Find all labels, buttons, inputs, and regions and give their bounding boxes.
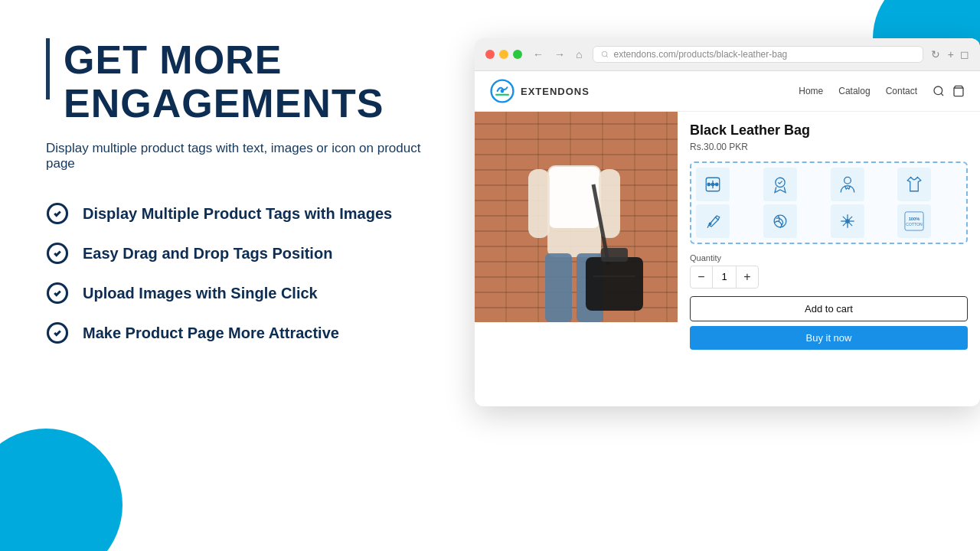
store-nav-icons	[933, 85, 965, 97]
tag-icon-3	[837, 174, 858, 195]
browser-nav: ← → ⌂	[530, 47, 585, 62]
quantity-value: 1	[712, 266, 737, 288]
tag-item-4	[897, 168, 931, 201]
feature-item-4: Make Product Page More Attractive	[46, 321, 444, 344]
feature-text-2: Easy Drag and Drop Tags Position	[83, 245, 332, 262]
tag-item-1	[696, 168, 730, 201]
tag-item-8: 100% COTTON	[897, 204, 931, 238]
search-icon	[601, 51, 609, 58]
browser-refresh[interactable]: ↻	[931, 48, 940, 60]
quantity-decrease-button[interactable]: −	[691, 266, 712, 288]
browser-window: ← → ⌂ extendons.com/products/black-leath…	[475, 38, 980, 406]
check-icon-1	[46, 202, 69, 225]
svg-point-23	[707, 183, 710, 186]
nav-home[interactable]: ⌂	[573, 47, 585, 62]
feature-text-3: Upload Images with Single Click	[83, 285, 318, 302]
browser-toolbar: ← → ⌂ extendons.com/products/black-leath…	[475, 38, 980, 71]
right-panel: ← → ⌂ extendons.com/products/black-leath…	[475, 38, 980, 520]
nav-home[interactable]: Home	[799, 86, 823, 96]
svg-point-7	[501, 90, 505, 93]
tag-icon-5	[702, 210, 724, 232]
tag-item-3	[831, 168, 864, 201]
check-icon-4	[46, 321, 69, 344]
logo-icon	[490, 79, 514, 103]
dot-green[interactable]	[513, 50, 522, 59]
dot-yellow[interactable]	[499, 50, 508, 59]
vertical-accent-bar	[46, 38, 50, 99]
heading-section: GET MORE ENGAGEMENTS	[46, 38, 444, 126]
svg-rect-37	[905, 212, 923, 230]
check-icon-2	[46, 242, 69, 265]
nav-back[interactable]: ←	[530, 47, 547, 62]
browser-dots	[485, 50, 522, 59]
tag-icon-7	[837, 210, 858, 232]
svg-point-28	[844, 177, 851, 184]
product-image	[475, 112, 678, 322]
svg-rect-19	[601, 248, 628, 262]
store-logo: EXTENDONS	[490, 79, 590, 103]
nav-forward[interactable]: →	[551, 47, 568, 62]
svg-point-8	[934, 86, 942, 95]
buy-now-button[interactable]: Buy it now	[690, 326, 968, 350]
feature-item-2: Easy Drag and Drop Tags Position	[46, 242, 444, 265]
browser-address-bar[interactable]: extendons.com/products/black-leather-bag	[593, 46, 923, 63]
cart-icon[interactable]	[952, 85, 965, 97]
nav-contact[interactable]: Contact	[886, 86, 917, 96]
tag-icon-1	[702, 174, 724, 195]
browser-actions: + ◻	[948, 48, 969, 60]
logo-text: EXTENDONS	[521, 86, 590, 97]
dot-red[interactable]	[485, 50, 495, 59]
check-icon-3	[46, 282, 69, 305]
browser-add-tab[interactable]: +	[948, 48, 954, 60]
product-details: Black Leather Bag Rs.30.00 PKR	[678, 112, 980, 360]
feature-item-3: Upload Images with Single Click	[46, 282, 444, 305]
nav-catalog[interactable]: Catalog	[838, 86, 870, 96]
svg-point-36	[845, 220, 848, 223]
svg-text:COTTON: COTTON	[906, 222, 923, 227]
tag-icon-4	[903, 174, 925, 195]
product-tags-grid: 100% COTTON	[690, 161, 968, 244]
store-search-icon[interactable]	[933, 85, 945, 97]
svg-point-25	[716, 183, 719, 186]
tag-item-6	[763, 204, 797, 238]
svg-point-4	[603, 51, 608, 57]
feature-text-4: Make Product Page More Attractive	[83, 324, 339, 342]
sub-heading: Display multiple product tags with text,…	[46, 141, 444, 171]
product-image-container	[475, 112, 678, 322]
tag-icon-2	[769, 174, 791, 195]
quantity-control: − 1 +	[690, 266, 759, 289]
svg-text:100%: 100%	[909, 217, 920, 221]
add-to-cart-button[interactable]: Add to cart	[690, 296, 968, 321]
quantity-label: Quantity	[690, 253, 968, 262]
svg-point-30	[709, 223, 711, 225]
address-text: extendons.com/products/black-leather-bag	[613, 49, 787, 60]
product-title: Black Leather Bag	[690, 122, 968, 139]
svg-rect-18	[586, 257, 643, 311]
feature-item-1: Display Multiple Product Tags with Image…	[46, 202, 444, 225]
feature-text-1: Display Multiple Product Tags with Image…	[83, 205, 392, 223]
tag-icon-6	[769, 210, 791, 232]
svg-line-29	[707, 225, 709, 228]
main-heading: GET MORE ENGAGEMENTS	[64, 38, 444, 126]
svg-rect-15	[545, 253, 572, 322]
features-list: Display Multiple Product Tags with Image…	[46, 202, 444, 344]
browser-menu[interactable]: ◻	[960, 48, 969, 60]
svg-rect-12	[549, 167, 599, 228]
person-bag-illustration	[475, 112, 678, 322]
store-product: Black Leather Bag Rs.30.00 PKR	[475, 112, 980, 360]
quantity-increase-button[interactable]: +	[737, 266, 758, 288]
left-panel: GET MORE ENGAGEMENTS Display multiple pr…	[46, 38, 444, 520]
browser-bottom-padding	[475, 360, 980, 406]
svg-line-9	[941, 93, 943, 96]
tag-item-7	[831, 204, 864, 238]
svg-rect-13	[528, 169, 550, 238]
store-nav: EXTENDONS Home Catalog Contact	[475, 71, 980, 112]
tag-icon-8: 100% COTTON	[903, 210, 925, 232]
tag-item-5	[696, 204, 730, 238]
svg-line-5	[606, 56, 608, 57]
tag-item-2	[763, 168, 797, 201]
product-price: Rs.30.00 PKR	[690, 142, 968, 152]
store-nav-links: Home Catalog Contact	[799, 86, 917, 96]
